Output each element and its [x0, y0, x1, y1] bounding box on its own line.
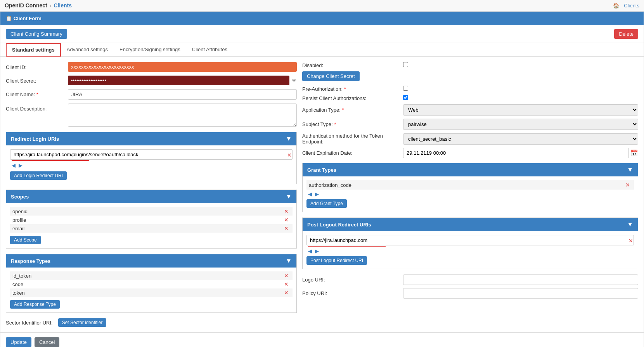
client-id-input[interactable]: [68, 62, 297, 72]
remove-grant-type-button[interactable]: ✕: [624, 182, 632, 188]
toggle-secret-visibility-icon[interactable]: 👁: [292, 78, 297, 83]
add-response-type-button[interactable]: Add Response Type: [10, 300, 60, 309]
client-config-summary-button[interactable]: Client Config Summary: [6, 29, 67, 39]
subject-type-row: Subject Type: * pairwise public: [302, 119, 638, 130]
scope-item-profile: profile ✕: [10, 216, 293, 224]
logo-uri-input[interactable]: [403, 274, 638, 285]
header-icon: 📋: [6, 16, 12, 21]
add-scope-button[interactable]: Add Scope: [10, 236, 41, 244]
persist-value: [403, 95, 638, 101]
remove-redirect-uri-button[interactable]: ✕: [287, 152, 292, 158]
client-secret-input[interactable]: [68, 76, 289, 85]
auth-method-select[interactable]: client_secret_basic client_secret_post n…: [403, 133, 638, 145]
remove-response-code-button[interactable]: ✕: [282, 281, 290, 287]
remove-response-id-token-button[interactable]: ✕: [282, 273, 290, 279]
breadcrumb-separator: ›: [50, 2, 52, 9]
disabled-checkbox[interactable]: [403, 62, 408, 67]
delete-button[interactable]: Delete: [614, 29, 638, 39]
client-name-row: Client Name: *: [6, 89, 297, 100]
remove-post-logout-uri-button[interactable]: ✕: [628, 238, 633, 244]
client-description-input[interactable]: [68, 104, 297, 127]
add-grant-type-button[interactable]: Add Grant Type: [306, 199, 347, 208]
client-description-label: Client Description:: [6, 104, 68, 112]
response-item-code: code ✕: [10, 280, 293, 288]
header-title: Client Form: [14, 16, 42, 21]
post-logout-redirect-uri-button[interactable]: Post Logout Redirect URI: [306, 256, 367, 265]
add-redirect-uri-wrapper: Add Login Redirect URI: [10, 171, 293, 180]
disabled-label: Disabled:: [302, 62, 403, 68]
redirect-nav-arrows: ◀ ▶: [10, 162, 293, 168]
client-id-field-wrapper: [68, 62, 297, 72]
app-type-select[interactable]: Web Native: [403, 104, 638, 116]
policy-uri-row: Policy URI:: [302, 288, 638, 299]
client-secret-input-group: 👁: [68, 76, 297, 85]
auth-method-select-wrapper: client_secret_basic client_secret_post n…: [403, 133, 638, 145]
grant-types-chevron-icon[interactable]: ▼: [627, 166, 633, 173]
tab-client-attributes[interactable]: Client Attributes: [186, 43, 233, 57]
breadcrumb-clients[interactable]: Clients: [54, 2, 72, 9]
remove-scope-email-button[interactable]: ✕: [282, 225, 290, 231]
pre-auth-checkbox[interactable]: [403, 86, 408, 91]
response-id-token-text: id_token: [12, 273, 282, 279]
grant-right-arrow-icon[interactable]: ▶: [315, 191, 319, 197]
persist-checkbox[interactable]: [403, 95, 408, 100]
subject-type-label: Subject Type: *: [302, 121, 403, 127]
app-type-label: Application Type: *: [302, 107, 403, 113]
post-logout-header: Post Logout Redirect URIs ▼: [303, 218, 638, 231]
subject-type-select-wrapper: pairwise public: [403, 119, 638, 130]
post-logout-title: Post Logout Redirect URIs: [307, 222, 371, 228]
calendar-icon[interactable]: 📅: [630, 149, 638, 157]
grant-types-header: Grant Types ▼: [303, 163, 638, 176]
redirect-uri-row: ✕: [10, 149, 293, 161]
pre-auth-value: [403, 86, 638, 92]
tabs-bar: Standard settings Advanced settings Encr…: [0, 43, 644, 57]
left-arrow-icon[interactable]: ◀: [12, 162, 16, 168]
response-types-chevron-icon[interactable]: ▼: [286, 257, 292, 264]
scopes-title: Scopes: [11, 194, 29, 200]
policy-uri-input[interactable]: [403, 288, 638, 299]
redirect-uri-input[interactable]: [10, 149, 293, 160]
post-logout-uri-input[interactable]: [306, 235, 634, 245]
policy-uri-field-wrapper: [403, 288, 638, 299]
subject-type-select[interactable]: pairwise public: [403, 119, 638, 130]
redirect-login-uris-section: Redirect Login URIs ▼ ✕ ◀ ▶: [6, 132, 297, 184]
tab-encryption-signing[interactable]: Encryption/Signing settings: [114, 43, 186, 57]
client-name-input[interactable]: [68, 89, 297, 100]
subject-type-required: *: [334, 121, 336, 127]
set-sector-identifier-button[interactable]: Set Sector identifier: [58, 318, 107, 327]
response-types-body: id_token ✕ code ✕ token ✕ Add Response: [6, 268, 296, 312]
grant-type-nav-arrows: ◀ ▶: [308, 191, 634, 197]
remove-scope-profile-button[interactable]: ✕: [282, 217, 290, 223]
change-client-secret-button[interactable]: Change Client Secret: [302, 71, 360, 81]
clients-link[interactable]: Clients: [624, 3, 639, 9]
client-description-field-wrapper: [68, 104, 297, 128]
remove-scope-openid-button[interactable]: ✕: [282, 208, 290, 214]
app-type-select-wrapper: Web Native: [403, 104, 638, 116]
client-description-row: Client Description:: [6, 104, 297, 128]
right-arrow-icon[interactable]: ▶: [19, 162, 23, 168]
disabled-row: Disabled:: [302, 62, 638, 68]
scope-profile-text: profile: [12, 217, 282, 223]
post-logout-right-arrow-icon[interactable]: ▶: [315, 248, 319, 254]
remove-response-token-button[interactable]: ✕: [282, 290, 290, 296]
post-logout-chevron-icon[interactable]: ▼: [627, 221, 633, 228]
cancel-button[interactable]: Cancel: [35, 337, 59, 347]
post-logout-left-arrow-icon[interactable]: ◀: [308, 248, 312, 254]
grant-type-auth-code-text: authorization_code: [309, 182, 624, 188]
add-login-redirect-uri-button[interactable]: Add Login Redirect URI: [10, 171, 67, 180]
sector-identifier-row: Sector Identifier URI: Set Sector identi…: [6, 318, 297, 327]
pre-auth-label: Pre-Authorization: *: [302, 86, 403, 92]
redirect-chevron-icon[interactable]: ▼: [286, 135, 292, 142]
tab-standard-settings[interactable]: Standard settings: [6, 43, 61, 57]
change-client-secret-wrapper: Change Client Secret: [302, 71, 638, 81]
response-item-token: token ✕: [10, 288, 293, 297]
client-secret-field-wrapper: 👁: [68, 76, 297, 85]
home-icon[interactable]: 🏠: [613, 3, 619, 9]
grant-types-section: Grant Types ▼ authorization_code ✕ ◀ ▶: [302, 163, 638, 212]
expiration-input[interactable]: [403, 148, 629, 158]
grant-left-arrow-icon[interactable]: ◀: [308, 191, 312, 197]
scopes-chevron-icon[interactable]: ▼: [286, 193, 292, 200]
update-button[interactable]: Update: [6, 337, 31, 347]
bottom-bar: Update Cancel: [0, 332, 644, 347]
tab-advanced-settings[interactable]: Advanced settings: [61, 43, 114, 57]
